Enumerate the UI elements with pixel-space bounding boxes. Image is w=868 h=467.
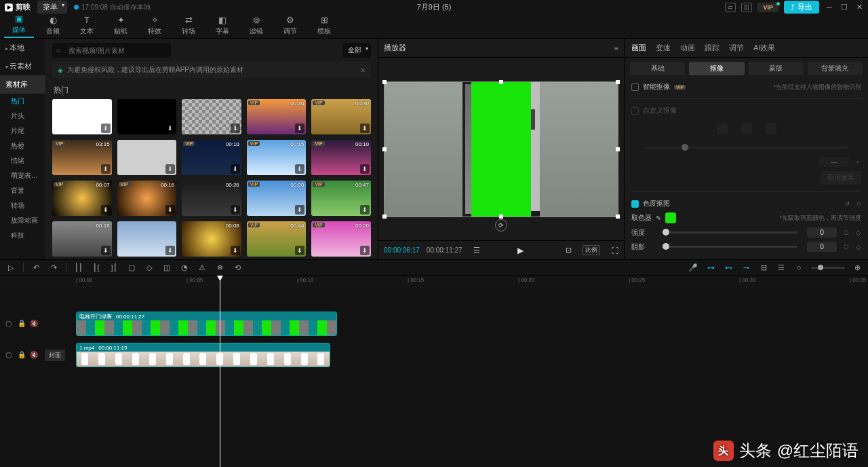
download-icon[interactable]: ⬇ — [360, 124, 370, 133]
track-mute-icon[interactable]: 🔇 — [30, 320, 38, 328]
download-icon[interactable]: ⬇ — [295, 246, 304, 255]
track-vis-icon[interactable]: ▢ — [5, 351, 14, 359]
tool-tab-特效[interactable]: ✧特效 — [140, 14, 170, 38]
subcategory-item[interactable]: 故障动画 — [0, 213, 45, 228]
media-thumb[interactable]: VIP00:07⬇ — [52, 181, 112, 216]
timeline-clip[interactable]: 电梯开门绿幕00:00:11:27 — [76, 312, 337, 336]
strength-input[interactable]: 0 — [807, 227, 837, 238]
subcategory-item[interactable]: 萌宠表… — [0, 168, 45, 183]
download-icon[interactable]: ⬇ — [295, 124, 304, 133]
inspector-tab[interactable]: 调节 — [729, 43, 744, 53]
category-云素材[interactable]: 云素材 — [0, 57, 45, 75]
download-icon[interactable]: ⬇ — [101, 205, 111, 214]
preview-cut-icon[interactable]: ⊟ — [758, 262, 769, 273]
split-left-icon[interactable]: ⎮[ — [91, 262, 102, 273]
export-button[interactable]: ⤴导出 — [784, 1, 819, 14]
download-icon[interactable]: ⬇ — [165, 246, 175, 255]
smart-matting-checkbox[interactable] — [631, 83, 639, 91]
maximize-icon[interactable]: ☐ — [840, 3, 849, 12]
keyframe-icon[interactable]: ◇ — [856, 200, 861, 207]
reset-icon[interactable]: ↺ — [845, 200, 850, 207]
link-on-icon[interactable]: ⊷ — [723, 262, 734, 273]
shadow-input[interactable]: 0 — [807, 242, 837, 252]
keyframe-icon[interactable]: ◇ — [856, 243, 861, 250]
media-thumb[interactable]: 00:26⬇ — [182, 181, 241, 216]
speed-icon[interactable]: ◔ — [179, 262, 190, 273]
media-thumb[interactable]: 00:08⬇ — [182, 221, 241, 257]
chroma-key-checkbox[interactable] — [631, 200, 639, 208]
media-thumb[interactable]: ⬇ — [117, 140, 177, 175]
download-icon[interactable]: ⬇ — [231, 205, 240, 214]
timeline[interactable]: | 00:00| 00:05| 00:10| 00:15| 00:20| 00:… — [0, 276, 868, 467]
close-icon[interactable]: ✕ — [854, 3, 864, 12]
download-icon[interactable]: ⬇ — [360, 164, 370, 174]
zoom-out-icon[interactable]: ○ — [793, 262, 804, 273]
tool-tab-模板[interactable]: ⊞模板 — [309, 14, 339, 38]
category-本地[interactable]: 本地 — [0, 39, 45, 57]
redo-icon[interactable]: ↷ — [48, 262, 59, 273]
playhead[interactable] — [220, 276, 220, 467]
media-thumb[interactable]: VIP00:30⬇ — [247, 99, 307, 134]
media-thumb[interactable]: VIP00:15⬇ — [247, 140, 307, 175]
media-thumb[interactable]: ⬇ — [117, 99, 177, 134]
tip-close-icon[interactable]: ✕ — [360, 67, 366, 74]
media-thumb[interactable]: ⬇ — [182, 99, 241, 134]
time-ruler[interactable]: | 00:00| 00:05| 00:10| 00:15| 00:20| 00:… — [0, 276, 868, 288]
track-vis-icon[interactable]: ▢ — [5, 320, 14, 328]
freeze-icon[interactable]: ❄ — [214, 262, 225, 273]
media-thumb[interactable]: VIP00:44⬇ — [247, 221, 307, 257]
strength-slider[interactable] — [663, 229, 669, 236]
tool-tab-贴纸[interactable]: ✦贴纸 — [106, 14, 136, 38]
snap-on-icon[interactable]: ⊸ — [741, 262, 751, 273]
subcategory-item[interactable]: 情绪 — [0, 153, 45, 168]
media-thumb[interactable]: VIP00:20⬇ — [311, 221, 371, 257]
inspector-subtab[interactable]: 蒙版 — [749, 62, 804, 75]
download-icon[interactable]: ⬇ — [165, 164, 175, 174]
inspector-subtab[interactable]: 背景填充 — [808, 62, 863, 75]
media-thumb[interactable]: ⬇ — [117, 221, 177, 257]
category-素材库[interactable]: 素材库 — [0, 75, 45, 94]
download-icon[interactable]: ⬇ — [165, 124, 175, 133]
tool-tab-媒体[interactable]: ▣媒体 — [4, 13, 34, 38]
inspector-tab[interactable]: 变速 — [656, 43, 671, 53]
media-thumb[interactable]: 00:18⬇ — [52, 221, 112, 257]
search-input[interactable] — [52, 43, 171, 58]
media-thumb[interactable]: VIP03:15⬇ — [52, 140, 112, 175]
pointer-tool-icon[interactable]: ▷ — [5, 262, 16, 273]
media-thumb[interactable]: ⬇ — [52, 99, 112, 134]
subcategory-item[interactable]: 片头 — [0, 109, 45, 124]
tool-tab-文本[interactable]: T文本 — [72, 14, 102, 38]
vip-badge[interactable]: VIP — [757, 3, 778, 12]
inspector-subtab[interactable]: 抠像 — [689, 62, 744, 75]
magnet-on-icon[interactable]: ⊶ — [705, 262, 716, 273]
undo-icon[interactable]: ↶ — [31, 262, 41, 273]
media-thumb[interactable]: VIP00:30⬇ — [311, 99, 371, 134]
tool-tab-音频[interactable]: ◐音频 — [38, 14, 68, 38]
inspector-tab[interactable]: AI效果 — [753, 43, 775, 53]
fullscreen-icon[interactable]: ⛶ — [611, 246, 618, 255]
delete-icon[interactable]: ▢ — [126, 262, 137, 273]
track-mute-icon[interactable]: 🔇 — [30, 351, 38, 359]
timeline-clip[interactable]: 1.mp400:00:11:19 — [76, 343, 330, 367]
download-icon[interactable]: ⬇ — [231, 124, 240, 133]
subcategory-item[interactable]: 热梗 — [0, 138, 45, 153]
inspector-tab[interactable]: 动画 — [680, 43, 695, 53]
subcategory-item[interactable]: 热门 — [0, 94, 45, 109]
cover-tag[interactable]: 封面 — [45, 350, 65, 361]
rotate-handle-icon[interactable]: ⟳ — [495, 219, 507, 231]
download-icon[interactable]: ⬇ — [295, 205, 304, 214]
zoom-in-icon[interactable]: ⊕ — [852, 262, 863, 273]
download-icon[interactable]: ⬇ — [101, 124, 111, 133]
subcategory-item[interactable]: 片尾 — [0, 124, 45, 138]
tool-tab-调节[interactable]: ⚙调节 — [275, 14, 305, 38]
ratio-button[interactable]: 比例 — [583, 245, 600, 255]
subcategory-item[interactable]: 转场 — [0, 198, 45, 213]
layout-icon[interactable]: ▭ — [725, 3, 736, 12]
download-icon[interactable]: ⬇ — [101, 164, 111, 174]
marker-icon[interactable]: ◇ — [144, 262, 155, 273]
track-lock-icon[interactable]: 🔒 — [18, 320, 26, 328]
crop-icon[interactable]: ◫ — [161, 262, 172, 273]
track-opts-icon[interactable]: ☰ — [776, 262, 787, 273]
list-icon[interactable]: ☰ — [473, 246, 480, 255]
media-thumb[interactable]: VIP00:10⬇ — [311, 140, 371, 175]
